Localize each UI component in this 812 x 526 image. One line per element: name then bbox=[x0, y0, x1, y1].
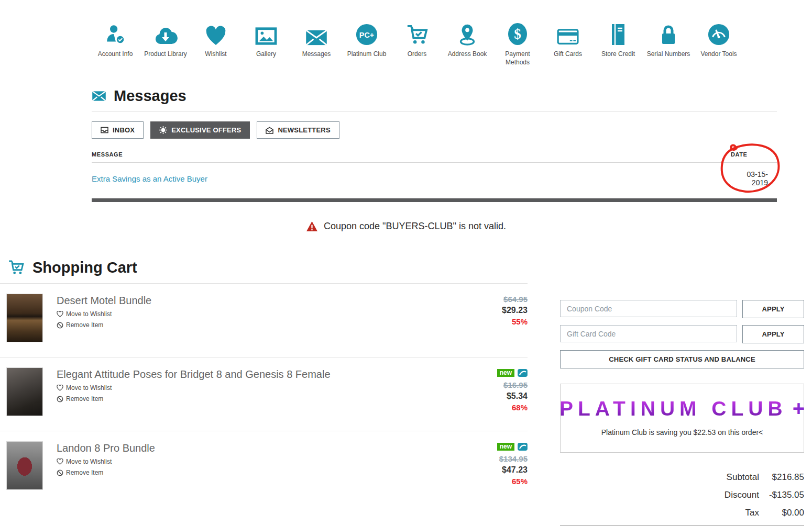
platinum-savings-text: Platinum Club is saving you $22.53 on th… bbox=[565, 428, 799, 437]
move-to-wishlist-link[interactable]: Move to Wishlist bbox=[57, 384, 112, 391]
discount-percent: 55% bbox=[436, 317, 528, 326]
message-date: 03-15-2019 bbox=[731, 170, 777, 187]
cart-column: Shopping Cart Desert Motel Bundle Move t… bbox=[0, 259, 528, 526]
nav-label: Address Book bbox=[442, 50, 492, 59]
cart-item: Desert Motel Bundle Move to Wishlist Rem… bbox=[0, 284, 528, 357]
price-column: new $16.95 $5.34 68% bbox=[436, 367, 528, 416]
nav-item-address-book[interactable]: Address Book bbox=[442, 20, 492, 66]
inbox-icon bbox=[101, 127, 108, 133]
messages-header: Messages bbox=[92, 87, 777, 112]
nav-label: Store Credit bbox=[593, 50, 643, 59]
nav-item-account-info[interactable]: Account Info bbox=[90, 20, 140, 66]
total-label: Subtotal bbox=[727, 472, 759, 483]
cart-header: Shopping Cart bbox=[0, 259, 528, 284]
remove-item-link[interactable]: Remove Item bbox=[57, 321, 103, 329]
nav-item-orders[interactable]: Orders bbox=[392, 20, 442, 66]
nav-item-payment-methods[interactable]: $ Payment Methods bbox=[492, 20, 543, 66]
nav-item-gift-cards[interactable]: Gift Cards bbox=[543, 20, 593, 66]
messages-envelope-icon bbox=[92, 91, 106, 102]
heart-outline-icon bbox=[57, 458, 63, 465]
platinum-club-icon: PC+ bbox=[355, 23, 378, 46]
platinum-club-banner: PLATINUM CLUB + Platinum Club is saving … bbox=[560, 384, 804, 453]
warning-icon bbox=[306, 221, 318, 232]
total-value: $216.85 bbox=[759, 472, 804, 483]
link-label: Move to Wishlist bbox=[66, 384, 112, 391]
nav-item-gallery[interactable]: Gallery bbox=[241, 20, 291, 66]
no-symbol-icon bbox=[57, 469, 63, 476]
svg-text:$: $ bbox=[514, 26, 521, 42]
message-row: Extra Savings as an Active Buyer 03-15-2… bbox=[92, 163, 777, 194]
nav-label: Messages bbox=[291, 50, 342, 59]
tab-label: EXCLUSIVE OFFERS bbox=[171, 126, 241, 134]
nav-label: Account Info bbox=[90, 50, 140, 59]
nav-item-vendor-tools[interactable]: Vendor Tools bbox=[694, 20, 744, 66]
svg-text:PC+: PC+ bbox=[359, 31, 374, 39]
nav-item-wishlist[interactable]: Wishlist bbox=[191, 20, 241, 66]
gauge-icon bbox=[707, 23, 730, 46]
nav-item-serial-numbers[interactable]: Serial Numbers bbox=[643, 20, 694, 66]
column-header-date: DATE bbox=[731, 151, 777, 158]
map-pin-icon bbox=[456, 23, 479, 46]
alert-text: Coupon code "BUYERS-CLUB" is not valid. bbox=[324, 221, 506, 232]
image-icon bbox=[255, 26, 278, 46]
message-link[interactable]: Extra Savings as an Active Buyer bbox=[92, 174, 731, 183]
nav-item-product-library[interactable]: Product Library bbox=[140, 20, 191, 66]
current-price: $29.23 bbox=[436, 306, 528, 315]
daz-studio-icon bbox=[518, 443, 528, 451]
nav-item-platinum-club[interactable]: PC+ Platinum Club bbox=[342, 20, 392, 66]
old-price: $134.95 bbox=[436, 454, 528, 463]
no-symbol-icon bbox=[57, 396, 63, 402]
nav-label: Vendor Tools bbox=[694, 50, 744, 59]
messages-table-header: MESSAGE DATE bbox=[92, 151, 777, 163]
gift-card-code-input[interactable] bbox=[560, 325, 737, 342]
table-bottom-bar bbox=[92, 198, 777, 202]
product-thumbnail[interactable] bbox=[6, 294, 43, 342]
cart-item: Elegant Attitude Poses for Bridget 8 and… bbox=[0, 357, 528, 431]
move-to-wishlist-link[interactable]: Move to Wishlist bbox=[57, 310, 112, 318]
tab-exclusive-offers[interactable]: EXCLUSIVE OFFERS bbox=[150, 121, 250, 139]
check-gift-card-button[interactable]: CHECK GIFT CARD STATUS AND BALANCE bbox=[560, 350, 804, 368]
tab-newsletters[interactable]: NEWSLETTERS bbox=[257, 121, 339, 139]
remove-item-link[interactable]: Remove Item bbox=[57, 469, 103, 476]
old-price: $16.95 bbox=[436, 380, 528, 389]
tab-label: INBOX bbox=[113, 126, 135, 134]
link-label: Remove Item bbox=[66, 395, 103, 402]
product-name[interactable]: Landon 8 Pro Bundle bbox=[57, 442, 422, 454]
total-value: -$135.05 bbox=[759, 490, 804, 500]
product-thumbnail[interactable] bbox=[6, 441, 43, 490]
discount-percent: 68% bbox=[436, 403, 528, 412]
nav-item-store-credit[interactable]: Store Credit bbox=[593, 20, 643, 66]
current-price: $5.34 bbox=[436, 391, 528, 401]
product-name[interactable]: Desert Motel Bundle bbox=[57, 295, 422, 307]
nav-label: Platinum Club bbox=[342, 50, 392, 59]
apply-coupon-button[interactable]: APPLY bbox=[742, 300, 804, 318]
nav-label: Wishlist bbox=[191, 50, 241, 59]
nav-label: Serial Numbers bbox=[643, 50, 694, 59]
tab-inbox[interactable]: INBOX bbox=[92, 121, 144, 139]
nav-label: Orders bbox=[392, 50, 442, 59]
nav-item-messages[interactable]: Messages bbox=[291, 20, 342, 66]
nav-label: Product Library bbox=[140, 50, 191, 59]
new-badge: new bbox=[497, 443, 514, 451]
remove-item-link[interactable]: Remove Item bbox=[57, 395, 103, 402]
dollar-circle-icon: $ bbox=[507, 22, 529, 46]
discount-percent: 65% bbox=[436, 477, 528, 486]
heart-icon bbox=[204, 25, 227, 46]
apply-gift-card-button[interactable]: APPLY bbox=[742, 325, 804, 343]
nav-label: Gallery bbox=[241, 50, 291, 59]
product-thumbnail[interactable] bbox=[6, 367, 43, 416]
platinum-club-logo: PLATINUM CLUB bbox=[559, 397, 787, 420]
new-badge: new bbox=[497, 369, 514, 377]
cart-check-icon bbox=[405, 24, 429, 46]
move-to-wishlist-link[interactable]: Move to Wishlist bbox=[57, 458, 112, 465]
product-name[interactable]: Elegant Attitude Poses for Bridget 8 and… bbox=[57, 368, 422, 380]
no-symbol-icon bbox=[57, 322, 63, 329]
credit-card-icon bbox=[556, 28, 579, 46]
coupon-code-input[interactable] bbox=[560, 300, 737, 317]
column-header-message: MESSAGE bbox=[92, 151, 731, 158]
link-label: Remove Item bbox=[66, 321, 103, 329]
envelope-icon bbox=[305, 29, 328, 46]
gift-card-row: APPLY bbox=[560, 325, 804, 343]
nav-label: Gift Cards bbox=[543, 50, 593, 59]
subtotal-row: Subtotal $216.85 bbox=[560, 468, 804, 486]
